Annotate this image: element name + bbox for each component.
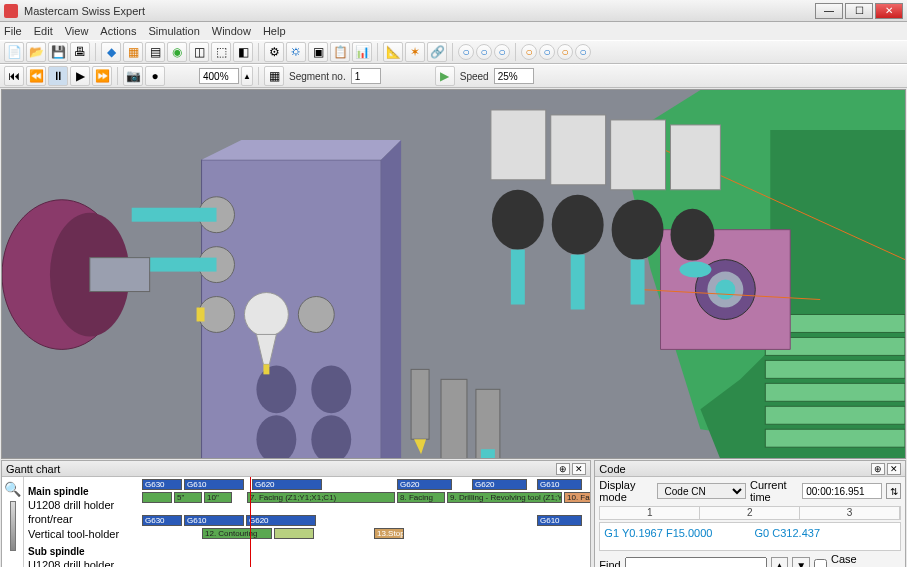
- gantt-bar[interactable]: G610: [537, 515, 582, 526]
- forward-icon[interactable]: ⏩: [92, 66, 112, 86]
- minimize-button[interactable]: —: [815, 3, 843, 19]
- find-down-icon[interactable]: ▼: [792, 557, 810, 567]
- gantt-bar[interactable]: 12. Contouring: [202, 528, 272, 539]
- 3d-viewport[interactable]: [1, 89, 906, 459]
- gantt-bar[interactable]: G620: [397, 479, 452, 490]
- gantt-chart-area[interactable]: G630 G610 G620 G620 G620 G610 5" 10" 7. …: [142, 477, 590, 567]
- zoom-slider[interactable]: [10, 501, 16, 551]
- display-mode-select[interactable]: Code CN: [657, 483, 746, 499]
- dot1-icon[interactable]: ○: [458, 44, 474, 60]
- measure-icon[interactable]: 📐: [383, 42, 403, 62]
- rewind-icon[interactable]: ⏪: [26, 66, 46, 86]
- maximize-button[interactable]: ☐: [845, 3, 873, 19]
- svg-rect-46: [90, 258, 150, 292]
- report-icon[interactable]: 📊: [352, 42, 372, 62]
- title-bar: Mastercam Swiss Expert — ☐ ✕: [0, 0, 907, 22]
- gantt-bar[interactable]: G610: [184, 515, 244, 526]
- menu-bar: File Edit View Actions Simulation Window…: [0, 22, 907, 40]
- dot4-icon[interactable]: ○: [521, 44, 537, 60]
- segment-icon[interactable]: ▦: [264, 66, 284, 86]
- layers-icon[interactable]: ▤: [145, 42, 165, 62]
- menu-actions[interactable]: Actions: [100, 25, 136, 37]
- gantt-bar[interactable]: 10": [204, 492, 232, 503]
- code-text-area[interactable]: G1 Y0.1967 F15.0000 G0 C312.437: [599, 522, 901, 551]
- gantt-bar[interactable]: G620: [472, 479, 527, 490]
- time-spinner-icon[interactable]: ⇅: [886, 483, 901, 499]
- machine-icon[interactable]: ⛭: [286, 42, 306, 62]
- gantt-bar[interactable]: [142, 492, 172, 503]
- code-pin-icon[interactable]: ⊕: [871, 463, 885, 475]
- menu-file[interactable]: File: [4, 25, 22, 37]
- gantt-pin-icon[interactable]: ⊕: [556, 463, 570, 475]
- gantt-bar[interactable]: [274, 528, 314, 539]
- menu-window[interactable]: Window: [212, 25, 251, 37]
- gantt-bar[interactable]: G620: [246, 515, 316, 526]
- gantt-bar[interactable]: 7. Facing (Z1;Y1;X1;C1): [247, 492, 395, 503]
- menu-view[interactable]: View: [65, 25, 89, 37]
- find-input[interactable]: [625, 557, 767, 567]
- open-icon[interactable]: 📂: [26, 42, 46, 62]
- window-title: Mastercam Swiss Expert: [24, 5, 815, 17]
- gantt-bar[interactable]: G630: [142, 479, 182, 490]
- gantt-bar[interactable]: G610: [537, 479, 582, 490]
- view-icon[interactable]: ◉: [167, 42, 187, 62]
- code-close-icon[interactable]: ✕: [887, 463, 901, 475]
- gear-icon[interactable]: ✶: [405, 42, 425, 62]
- close-button[interactable]: ✕: [875, 3, 903, 19]
- svg-rect-16: [551, 115, 606, 185]
- menu-edit[interactable]: Edit: [34, 25, 53, 37]
- magnify-icon[interactable]: 🔍: [4, 481, 21, 497]
- svg-marker-29: [381, 140, 401, 459]
- zoom-input[interactable]: [199, 68, 239, 84]
- vertical-holder-label: Vertical tool-holder: [28, 527, 138, 541]
- save-icon[interactable]: 💾: [48, 42, 68, 62]
- speed-play-icon[interactable]: ▶: [435, 66, 455, 86]
- menu-simulation[interactable]: Simulation: [148, 25, 199, 37]
- dot2-icon[interactable]: ○: [476, 44, 492, 60]
- gantt-bar[interactable]: 13.Stop: [374, 528, 404, 539]
- svg-point-20: [552, 195, 604, 255]
- part-icon[interactable]: ◧: [233, 42, 253, 62]
- current-time-line: [250, 477, 251, 567]
- gantt-bar[interactable]: 10. Facing: [564, 492, 590, 503]
- code-title: Code: [599, 463, 625, 475]
- dot7-icon[interactable]: ○: [575, 44, 591, 60]
- gantt-bar[interactable]: G630: [142, 515, 182, 526]
- stock-icon[interactable]: ▣: [308, 42, 328, 62]
- simulation-scene: [2, 90, 905, 459]
- find-up-icon[interactable]: ▲: [771, 557, 789, 567]
- gantt-bar[interactable]: G620: [252, 479, 322, 490]
- gantt-bar[interactable]: G610: [184, 479, 244, 490]
- case-sensitive-label: Case sensitive: [831, 553, 901, 567]
- sim-icon[interactable]: ⚙: [264, 42, 284, 62]
- new-icon[interactable]: 📄: [4, 42, 24, 62]
- tool-icon[interactable]: ◆: [101, 42, 121, 62]
- camera-icon[interactable]: 📷: [123, 66, 143, 86]
- gantt-bar[interactable]: 8. Facing: [397, 492, 445, 503]
- case-sensitive-checkbox[interactable]: [814, 559, 827, 568]
- gantt-bar[interactable]: 5": [174, 492, 202, 503]
- app-icon: [4, 4, 18, 18]
- menu-help[interactable]: Help: [263, 25, 286, 37]
- dot5-icon[interactable]: ○: [539, 44, 555, 60]
- link-icon[interactable]: 🔗: [427, 42, 447, 62]
- box-icon[interactable]: ◫: [189, 42, 209, 62]
- gantt-close-icon[interactable]: ✕: [572, 463, 586, 475]
- play-icon[interactable]: ▶: [70, 66, 90, 86]
- print-icon[interactable]: 🖶: [70, 42, 90, 62]
- dot6-icon[interactable]: ○: [557, 44, 573, 60]
- record-icon[interactable]: ●: [145, 66, 165, 86]
- zoom-up-icon[interactable]: ▲: [241, 66, 253, 86]
- pause-icon[interactable]: ⏸: [48, 66, 68, 86]
- cube-icon[interactable]: ⬚: [211, 42, 231, 62]
- segment-input[interactable]: [351, 68, 381, 84]
- main-toolbar: 📄 📂 💾 🖶 ◆ ▦ ▤ ◉ ◫ ⬚ ◧ ⚙ ⛭ ▣ 📋 📊 📐 ✶ 🔗 ○ …: [0, 40, 907, 64]
- doc-icon[interactable]: 📋: [330, 42, 350, 62]
- rewind-start-icon[interactable]: ⏮: [4, 66, 24, 86]
- grid-icon[interactable]: ▦: [123, 42, 143, 62]
- gantt-bar[interactable]: 9. Drilling - Revolving tool (Z1;Y1;X1;C…: [447, 492, 562, 503]
- current-time-field[interactable]: [802, 483, 882, 499]
- speed-input[interactable]: [494, 68, 534, 84]
- dot3-icon[interactable]: ○: [494, 44, 510, 60]
- svg-rect-15: [491, 110, 546, 180]
